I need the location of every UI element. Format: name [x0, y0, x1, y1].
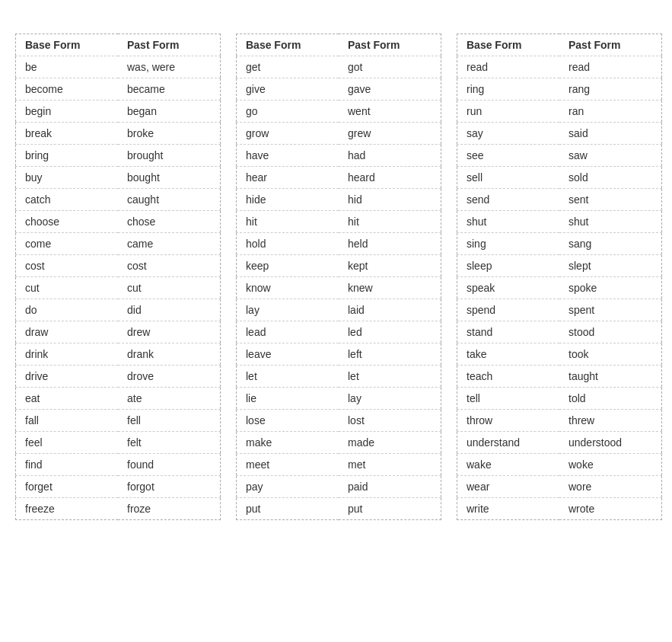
base-form-cell: lie: [237, 388, 339, 410]
past-form-cell: understood: [559, 432, 662, 454]
base-form-cell: run: [457, 101, 560, 123]
table-row: hidehid: [237, 189, 441, 211]
past-form-cell: lost: [339, 410, 441, 432]
past-form-cell: paid: [339, 476, 441, 498]
table-row: putput: [237, 498, 441, 520]
table-row: growgrew: [237, 123, 441, 145]
table-row: givegave: [237, 78, 441, 101]
table-row: letlet: [237, 366, 441, 388]
table-row: wearwore: [457, 476, 662, 498]
past-form-cell: gave: [339, 78, 441, 101]
base-form-cell: wear: [457, 476, 560, 498]
base-form-cell: go: [237, 101, 339, 123]
past-form-cell: let: [339, 366, 441, 388]
base-form-cell: ring: [457, 78, 560, 101]
past-form-cell: put: [339, 498, 441, 520]
table-row: freezefroze: [16, 498, 221, 520]
base-form-cell: hold: [237, 233, 339, 255]
base-form-cell: bring: [16, 145, 119, 167]
base-form-cell: sing: [457, 233, 560, 255]
table-row: loselost: [237, 410, 441, 432]
base-form-cell: find: [16, 454, 119, 476]
table-row: knowknew: [237, 277, 441, 299]
past-form-cell: lay: [339, 388, 441, 410]
base-form-cell: make: [237, 432, 339, 454]
table-row: writewrote: [457, 498, 662, 520]
col-header-past-2: Past Form: [339, 34, 441, 56]
past-form-cell: got: [339, 56, 441, 78]
past-form-cell: read: [559, 56, 662, 78]
base-form-cell: drink: [16, 343, 119, 366]
past-form-cell: found: [118, 454, 221, 476]
base-form-cell: lay: [237, 299, 339, 321]
table-row: bewas, were: [16, 56, 221, 78]
verb-table-1: Base Form Past Form bewas, werebecomebec…: [15, 34, 221, 520]
base-form-cell: feel: [16, 432, 119, 454]
base-form-cell: keep: [237, 255, 339, 277]
table-row: leaveleft: [237, 343, 441, 366]
past-form-cell: felt: [118, 432, 221, 454]
past-form-cell: made: [339, 432, 441, 454]
past-form-cell: shut: [559, 211, 662, 233]
base-form-cell: cut: [16, 277, 119, 299]
base-form-cell: draw: [16, 321, 119, 343]
past-form-cell: rang: [559, 78, 662, 101]
past-form-cell: slept: [559, 255, 662, 277]
table-row: breakbroke: [16, 123, 221, 145]
base-form-cell: teach: [457, 366, 560, 388]
table-row: costcost: [16, 255, 221, 277]
table-row: sendsent: [457, 189, 662, 211]
table-row: spendspent: [457, 299, 662, 321]
table-row: feelfelt: [16, 432, 221, 454]
past-form-cell: sold: [559, 167, 662, 189]
table-row: taketook: [457, 343, 662, 366]
col-header-base-2: Base Form: [237, 34, 339, 56]
table-row: ringrang: [457, 78, 662, 101]
past-form-cell: did: [118, 299, 221, 321]
base-form-cell: lose: [237, 410, 339, 432]
table-row: laylaid: [237, 299, 441, 321]
base-form-cell: throw: [457, 410, 560, 432]
col-header-base-1: Base Form: [16, 34, 119, 56]
past-form-cell: wore: [559, 476, 662, 498]
table-row: lielay: [237, 388, 441, 410]
base-form-cell: grow: [237, 123, 339, 145]
base-form-cell: write: [457, 498, 560, 520]
table-row: dodid: [16, 299, 221, 321]
past-form-cell: laid: [339, 299, 441, 321]
col-header-past-1: Past Form: [118, 34, 221, 56]
base-form-cell: know: [237, 277, 339, 299]
past-form-cell: ran: [559, 101, 662, 123]
table-row: telltold: [457, 388, 662, 410]
base-form-cell: drive: [16, 366, 119, 388]
base-form-cell: have: [237, 145, 339, 167]
base-form-cell: buy: [16, 167, 119, 189]
base-form-cell: sell: [457, 167, 560, 189]
table-row: cutcut: [16, 277, 221, 299]
base-form-cell: break: [16, 123, 119, 145]
base-form-cell: sleep: [457, 255, 560, 277]
base-form-cell: see: [457, 145, 560, 167]
past-form-cell: knew: [339, 277, 441, 299]
base-form-cell: tell: [457, 388, 560, 410]
table-row: drivedrove: [16, 366, 221, 388]
past-form-cell: forgot: [118, 476, 221, 498]
table-row: catchcaught: [16, 189, 221, 211]
base-form-cell: come: [16, 233, 119, 255]
base-form-cell: let: [237, 366, 339, 388]
past-form-cell: led: [339, 321, 441, 343]
verb-table-2: Base Form Past Form getgotgivegavegowent…: [236, 34, 441, 520]
past-form-cell: met: [339, 454, 441, 476]
base-form-cell: put: [237, 498, 339, 520]
base-form-cell: cost: [16, 255, 119, 277]
past-form-cell: caught: [118, 189, 221, 211]
table-row: readread: [457, 56, 662, 78]
past-form-cell: froze: [118, 498, 221, 520]
past-form-cell: woke: [559, 454, 662, 476]
table-row: drawdrew: [16, 321, 221, 343]
base-form-cell: do: [16, 299, 119, 321]
past-form-cell: drew: [118, 321, 221, 343]
table-row: leadled: [237, 321, 441, 343]
base-form-cell: read: [457, 56, 560, 78]
table-row: sellsold: [457, 167, 662, 189]
